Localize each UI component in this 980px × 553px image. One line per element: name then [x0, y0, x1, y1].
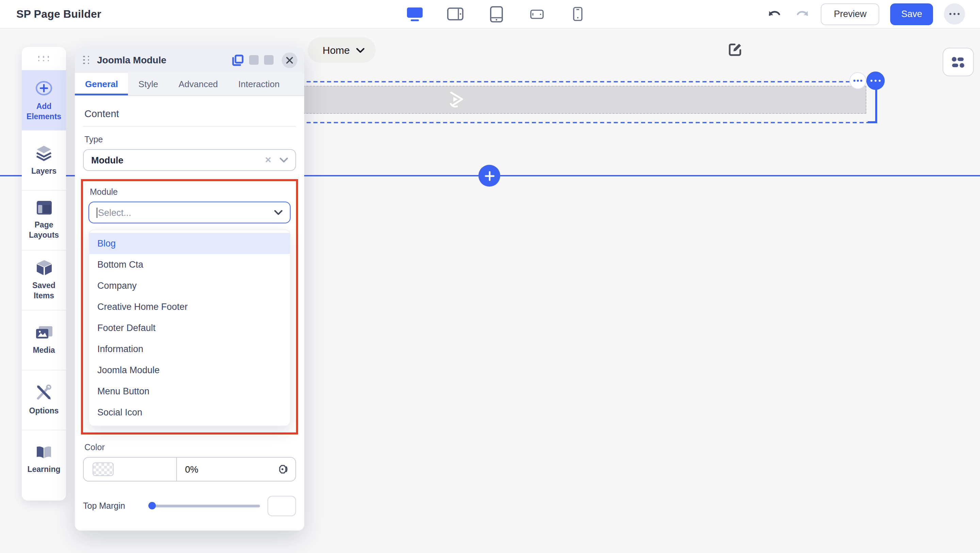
- add-elements-icon: [35, 79, 52, 96]
- sppagebuilder-play-logo-icon: [447, 91, 465, 109]
- module-options-dropdown: Blog Bottom Cta Company Creative Home Fo…: [89, 229, 291, 426]
- module-option-footer-default[interactable]: Footer Default: [89, 317, 290, 338]
- module-option-social-icon[interactable]: Social Icon: [89, 402, 290, 423]
- options-tools-icon: [35, 384, 52, 401]
- page-layouts-icon: [36, 200, 52, 215]
- sidebar-item-label: Media: [30, 345, 57, 355]
- panel-close-button[interactable]: [282, 52, 298, 68]
- tab-general[interactable]: General: [75, 73, 128, 96]
- device-mobile-portrait-button[interactable]: [569, 5, 587, 23]
- slider-thumb[interactable]: [148, 502, 156, 510]
- module-option-menu-button[interactable]: Menu Button: [89, 381, 290, 402]
- module-option-joomla-module[interactable]: Joomla Module: [89, 360, 290, 381]
- edit-pencil-icon: [727, 41, 744, 58]
- module-option-creative-home-footer[interactable]: Creative Home Footer: [89, 296, 290, 317]
- type-field-label: Type: [84, 135, 295, 144]
- desktop-icon: [406, 6, 423, 21]
- page-settings-button[interactable]: [943, 48, 974, 76]
- module-option-blog[interactable]: Blog: [89, 233, 290, 254]
- chevron-down-icon: [280, 157, 288, 163]
- color-field: 0%: [83, 457, 296, 481]
- color-swatch-button[interactable]: [84, 457, 177, 481]
- panel-dock-controls: [232, 52, 298, 68]
- device-mobile-landscape-button[interactable]: [528, 5, 546, 23]
- column-options-button[interactable]: [866, 72, 885, 90]
- responsive-device-switcher: [406, 5, 587, 23]
- type-select[interactable]: Module ✕: [83, 149, 296, 171]
- sidebar-item-add-elements[interactable]: Add Elements: [22, 70, 66, 130]
- sidebar-item-label: Options: [27, 406, 61, 416]
- float-panel-icon[interactable]: [232, 54, 243, 66]
- module-option-bottom-cta[interactable]: Bottom Cta: [89, 254, 290, 275]
- saved-items-cube-icon: [36, 260, 52, 276]
- device-tablet-portrait-button[interactable]: [487, 5, 505, 23]
- device-tablet-landscape-button[interactable]: [447, 5, 464, 23]
- dock-right-icon[interactable]: [264, 55, 274, 65]
- drag-dots-icon: [38, 56, 50, 61]
- sidebar-item-layers[interactable]: Layers: [22, 130, 66, 190]
- undo-button[interactable]: [766, 6, 783, 22]
- module-select[interactable]: Select...: [89, 202, 291, 223]
- clear-selection-icon[interactable]: ✕: [265, 155, 272, 165]
- sidebar-item-learning[interactable]: Learning: [22, 430, 66, 490]
- top-toolbar: SP Page Builder: [0, 0, 980, 29]
- sidebar-item-label: Learning: [25, 464, 62, 475]
- edit-page-button[interactable]: [727, 41, 744, 61]
- save-button[interactable]: Save: [890, 3, 933, 25]
- tab-advanced[interactable]: Advanced: [169, 73, 228, 96]
- panel-header: Joomla Module: [75, 47, 304, 73]
- app-root: Home SP Page Builder: [0, 0, 980, 553]
- sidebar-item-label: Layers: [29, 166, 59, 176]
- color-opacity-cell[interactable]: 0%: [177, 457, 295, 481]
- undo-icon: [767, 8, 782, 19]
- top-margin-slider[interactable]: [149, 505, 260, 507]
- color-field-label: Color: [84, 443, 295, 452]
- element-settings-panel: Joomla Module General Style Advanced Int…: [75, 47, 304, 531]
- module-select-placeholder: Select...: [97, 207, 274, 218]
- row-options-button[interactable]: [850, 72, 866, 89]
- module-option-information[interactable]: Information: [89, 338, 290, 360]
- add-row-button[interactable]: [479, 165, 500, 186]
- module-option-company[interactable]: Company: [89, 275, 290, 296]
- redo-button[interactable]: [794, 6, 810, 22]
- tablet-portrait-icon: [490, 6, 503, 22]
- mobile-portrait-icon: [573, 7, 582, 21]
- section-title-content: Content: [83, 103, 296, 127]
- builder-sidebar: Add Elements Layers Page Layouts: [22, 47, 66, 500]
- panel-drag-handle[interactable]: [83, 56, 90, 64]
- sidebar-item-label: Saved Items: [22, 280, 66, 301]
- module-field-highlight-box: Module Select... Blog Bottom Cta Company…: [81, 179, 298, 435]
- redo-icon: [795, 8, 809, 19]
- tab-style[interactable]: Style: [128, 73, 169, 96]
- panel-title: Joomla Module: [97, 54, 232, 65]
- page-menu[interactable]: Home: [308, 37, 375, 63]
- transparent-color-swatch: [92, 462, 114, 476]
- app-title: SP Page Builder: [16, 8, 102, 20]
- sidebar-item-label: Add Elements: [22, 101, 66, 121]
- dock-left-icon[interactable]: [249, 55, 259, 65]
- layers-icon: [35, 145, 52, 161]
- sidebar-item-media[interactable]: Media: [22, 310, 66, 370]
- joomla-module-placeholder[interactable]: [211, 86, 866, 114]
- media-icon: [35, 325, 53, 340]
- top-margin-input[interactable]: [267, 496, 296, 516]
- toggles-icon: [951, 56, 966, 68]
- mobile-landscape-icon: [530, 9, 544, 19]
- type-select-value: Module: [91, 155, 265, 165]
- color-opacity-value: 0%: [185, 464, 278, 474]
- sidebar-item-page-layouts[interactable]: Page Layouts: [22, 190, 66, 250]
- more-options-button[interactable]: [944, 3, 965, 24]
- sidebar-item-options[interactable]: Options: [22, 370, 66, 430]
- opacity-picker-icon[interactable]: [278, 464, 288, 475]
- device-desktop-button[interactable]: [406, 5, 423, 23]
- sidebar-item-saved-items[interactable]: Saved Items: [22, 250, 66, 310]
- preview-button[interactable]: Preview: [821, 3, 879, 25]
- learning-book-icon: [35, 445, 52, 460]
- top-margin-row: Top Margin: [83, 496, 296, 516]
- sidebar-drag-handle[interactable]: [22, 47, 66, 70]
- top-margin-label: Top Margin: [83, 501, 142, 511]
- page-menu-label: Home: [323, 44, 350, 56]
- panel-body: Content Type Module ✕ Module Select... B…: [75, 96, 304, 531]
- tab-interaction[interactable]: Interaction: [228, 73, 290, 96]
- module-field-label: Module: [90, 187, 289, 197]
